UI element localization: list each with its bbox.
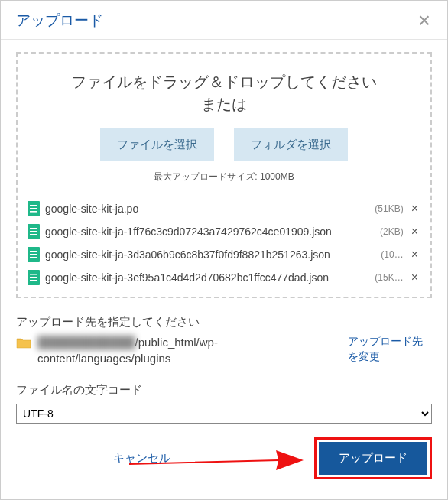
svg-rect-3 <box>30 211 37 213</box>
dialog-body: ファイルをドラッグ＆ドロップしてください または ファイルを選択 フォルダを選択… <box>1 40 447 499</box>
file-remove-button[interactable]: × <box>408 271 421 284</box>
file-row: google-site-kit-ja-3ef95a1c4d4d2d70682bc… <box>25 266 423 289</box>
annotation-arrow-wrap: キャンセル <box>16 443 300 474</box>
file-row: google-site-kit-ja-3d3a06b9c6c8b37f0fd9f… <box>25 243 423 266</box>
svg-rect-9 <box>30 251 37 252</box>
file-remove-button[interactable]: × <box>408 248 421 261</box>
destination-path: ████████████/public_html/wp-content/lang… <box>16 334 337 366</box>
file-size: (15K… <box>375 272 403 283</box>
file-name: google-site-kit-ja.po <box>45 203 372 215</box>
file-name: google-site-kit-ja-3ef95a1c4d4d2d70682bc… <box>45 271 372 284</box>
file-name: google-site-kit-ja-1ff76c3c9d07243a74297… <box>45 226 377 238</box>
file-row: google-site-kit-ja-1ff76c3c9d07243a74297… <box>25 220 423 243</box>
destination-section-label: アップロード先を指定してください <box>16 315 432 330</box>
file-icon <box>27 246 41 263</box>
destination-row: ████████████/public_html/wp-content/lang… <box>16 334 432 366</box>
file-icon <box>27 223 41 240</box>
encoding-select[interactable]: UTF-8 <box>16 404 432 424</box>
svg-rect-5 <box>30 228 37 229</box>
svg-rect-14 <box>30 277 37 278</box>
dropzone[interactable]: ファイルをドラッグ＆ドロップしてください または ファイルを選択 フォルダを選択… <box>16 52 432 298</box>
footer-row: キャンセル アップロード <box>16 437 432 479</box>
file-size: (51KB) <box>375 203 403 214</box>
file-icon <box>27 200 41 217</box>
annotation-arrow-icon <box>106 446 305 474</box>
svg-rect-15 <box>30 280 37 281</box>
upload-button[interactable]: アップロード <box>319 442 427 475</box>
upload-button-highlight: アップロード <box>314 437 432 479</box>
file-size: (2KB) <box>380 226 404 237</box>
destination-path-text: ████████████/public_html/wp-content/lang… <box>37 334 337 366</box>
file-remove-button[interactable]: × <box>408 225 421 239</box>
close-icon: × <box>418 8 430 32</box>
file-list: google-site-kit-ja.po(51KB)×google-site-… <box>25 197 423 289</box>
select-folder-button[interactable]: フォルダを選択 <box>234 128 348 161</box>
file-size: (10… <box>381 249 403 260</box>
svg-rect-13 <box>30 274 37 275</box>
svg-rect-1 <box>30 205 37 206</box>
file-row: google-site-kit-ja.po(51KB)× <box>25 197 423 220</box>
file-remove-button[interactable]: × <box>408 202 421 216</box>
upload-dialog: アップロード × ファイルをドラッグ＆ドロップしてください または ファイルを選… <box>0 0 448 500</box>
svg-rect-11 <box>30 257 37 258</box>
svg-rect-10 <box>30 254 37 255</box>
dialog-header: アップロード × <box>1 1 447 40</box>
file-icon <box>27 269 41 286</box>
svg-rect-6 <box>30 231 37 232</box>
dialog-title: アップロード <box>16 11 103 31</box>
svg-rect-7 <box>30 234 37 235</box>
svg-rect-2 <box>30 208 37 209</box>
max-upload-size: 最大アップロードサイズ: 1000MB <box>25 170 423 183</box>
dropzone-message-1: ファイルをドラッグ＆ドロップしてください <box>25 72 423 93</box>
select-file-button[interactable]: ファイルを選択 <box>100 128 214 161</box>
file-name: google-site-kit-ja-3d3a06b9c6c8b37f0fd9f… <box>45 248 378 261</box>
dropzone-message-2: または <box>25 94 423 115</box>
destination-path-blurred: ████████████ <box>37 334 135 350</box>
destination-change-link[interactable]: アップロード先を変更 <box>348 334 432 364</box>
select-buttons-row: ファイルを選択 フォルダを選択 <box>25 128 423 161</box>
encoding-section-label: ファイル名の文字コード <box>16 383 432 398</box>
folder-icon <box>16 336 31 349</box>
close-button[interactable]: × <box>415 10 433 31</box>
